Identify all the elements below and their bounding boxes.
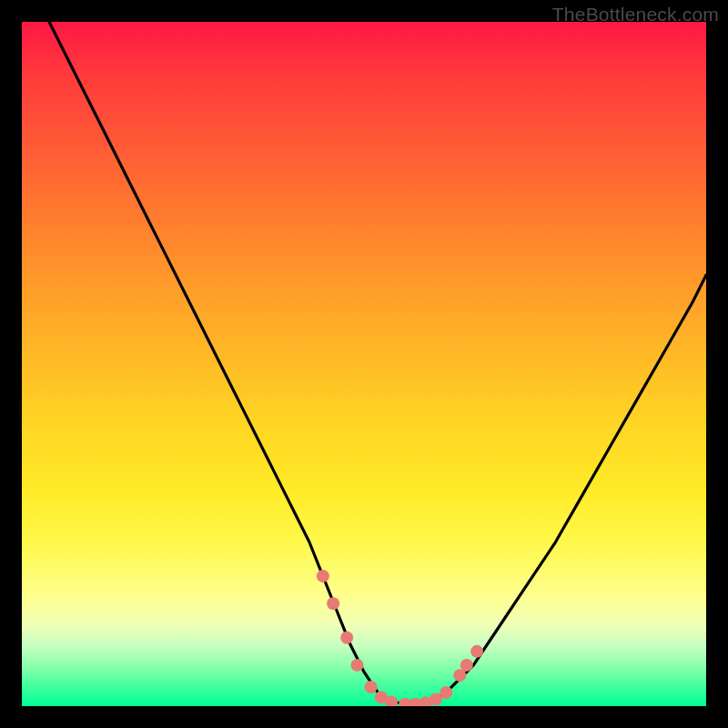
chart-frame: TheBottleneck.com bbox=[0, 0, 728, 728]
curve-marker bbox=[317, 570, 329, 582]
bottleneck-curve bbox=[22, 22, 706, 704]
chart-svg bbox=[22, 22, 706, 706]
curve-marker bbox=[470, 645, 483, 658]
curve-marker bbox=[440, 686, 452, 699]
curve-marker bbox=[327, 597, 339, 610]
curve-marker bbox=[365, 681, 378, 693]
curve-marker bbox=[460, 659, 473, 672]
curve-marker bbox=[340, 632, 353, 644]
watermark-text: TheBottleneck.com bbox=[552, 4, 719, 25]
plot-area bbox=[22, 22, 706, 706]
curve-marker bbox=[350, 659, 363, 672]
